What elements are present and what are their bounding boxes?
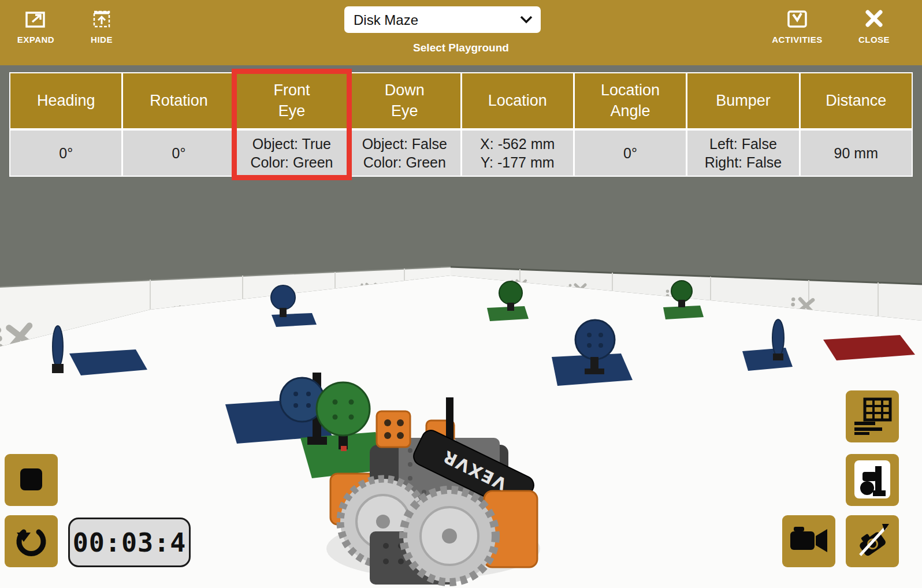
checkbox-icon bbox=[786, 9, 809, 31]
column-location-angle: Location Angle 0° bbox=[575, 73, 686, 176]
rotation-value: 0° bbox=[123, 131, 234, 176]
restart-button[interactable] bbox=[5, 515, 58, 567]
hide-button[interactable]: HIDE bbox=[79, 9, 125, 44]
column-heading: Heading 0° bbox=[10, 73, 121, 176]
rotation-header: Rotation bbox=[123, 73, 234, 128]
expand-button[interactable]: EXPAND bbox=[13, 9, 59, 44]
camera-flash-icon bbox=[853, 522, 891, 561]
distance-header: Distance bbox=[801, 73, 912, 128]
bumper-header: Bumper bbox=[687, 73, 798, 128]
activities-label: ACTIVITIES bbox=[772, 35, 823, 44]
column-bumper: Bumper Left: False Right: False bbox=[687, 73, 798, 176]
close-label: CLOSE bbox=[858, 35, 890, 44]
x-icon bbox=[864, 9, 884, 31]
close-button[interactable]: CLOSE bbox=[851, 9, 897, 44]
column-location: Location X: -562 mm Y: -177 mm bbox=[462, 73, 573, 176]
timer-display: 00:03:4 bbox=[68, 518, 191, 567]
robot-view-button[interactable] bbox=[846, 454, 899, 506]
robot-camera-icon bbox=[852, 459, 893, 501]
window-hide-icon bbox=[90, 9, 113, 31]
location-header: Location bbox=[462, 73, 573, 128]
column-down-eye: Down Eye Object: False Color: Green bbox=[349, 73, 460, 176]
dashboard-toggle-button[interactable] bbox=[846, 390, 899, 442]
sensor-dashboard-table: Heading 0° Rotation 0° Front Eye Object:… bbox=[9, 72, 913, 177]
stop-button[interactable] bbox=[5, 454, 58, 506]
distance-value: 90 mm bbox=[801, 131, 912, 176]
down-eye-header: Down Eye bbox=[349, 73, 460, 128]
heading-header: Heading bbox=[10, 73, 121, 128]
camera-flash-button[interactable] bbox=[846, 515, 899, 567]
front-eye-header: Front Eye bbox=[236, 73, 347, 128]
heading-value: 0° bbox=[10, 131, 121, 176]
video-camera-icon bbox=[788, 523, 830, 560]
column-front-eye: Front Eye Object: True Color: Green bbox=[236, 73, 347, 176]
top-toolbar: EXPAND HIDE Disk Maze Select Playground bbox=[0, 0, 922, 65]
stop-square-icon bbox=[18, 466, 44, 494]
location-value: X: -562 mm Y: -177 mm bbox=[462, 131, 573, 176]
down-eye-value: Object: False Color: Green bbox=[349, 131, 460, 176]
location-angle-header: Location Angle bbox=[575, 73, 686, 128]
data-table-icon bbox=[852, 397, 893, 437]
bumper-value: Left: False Right: False bbox=[687, 131, 798, 176]
location-angle-value: 0° bbox=[575, 131, 686, 176]
circular-arrow-icon bbox=[15, 524, 47, 559]
activities-button[interactable]: ACTIVITIES bbox=[761, 9, 833, 44]
playground-select[interactable]: Disk Maze bbox=[344, 6, 541, 33]
column-rotation: Rotation 0° bbox=[123, 73, 234, 176]
column-distance: Distance 90 mm bbox=[801, 73, 912, 176]
window-expand-icon bbox=[24, 9, 47, 31]
video-camera-button[interactable] bbox=[782, 515, 835, 567]
front-eye-value: Object: True Color: Green bbox=[236, 131, 347, 176]
playground-select-wrap: Disk Maze bbox=[344, 6, 541, 33]
